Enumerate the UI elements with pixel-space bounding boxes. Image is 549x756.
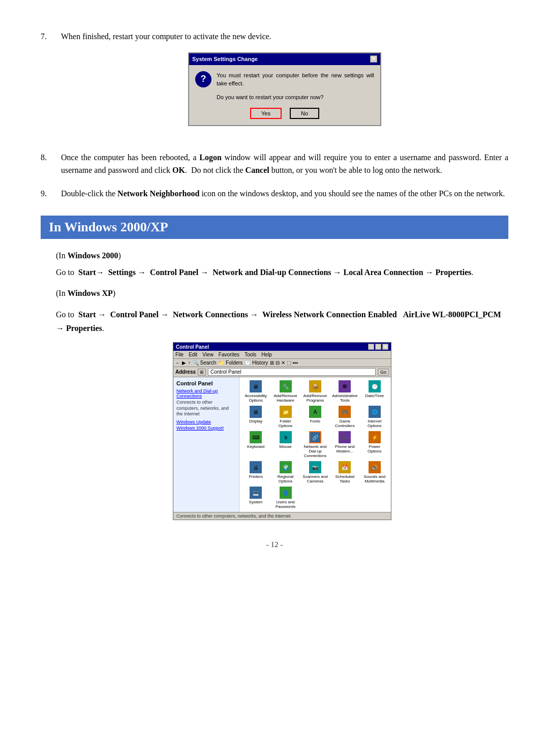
airlive-bold: AirLive WL-8000PCI_PCM <box>403 310 501 319</box>
display-icon: 🖥 <box>250 406 262 418</box>
ss-icon-sounds[interactable]: 🔊 Sounds and Multimedia <box>361 461 388 483</box>
ss-menu-help[interactable]: Help <box>261 352 272 357</box>
network-dialup-label: Network and Dial-up Connections <box>302 444 328 458</box>
step-7-text: When finished, restart your computer to … <box>61 32 271 41</box>
section-header: In Windows 2000/XP <box>41 216 508 239</box>
ss-icon-mouse[interactable]: 🖱 Mouse <box>272 431 298 458</box>
ss-menu-file[interactable]: File <box>175 352 184 357</box>
dialog-no-button[interactable]: No <box>290 108 319 119</box>
ss-icon-system[interactable]: 💻 System <box>242 487 269 509</box>
dialog-buttons: Yes No <box>195 108 374 119</box>
keyboard-label: Keyboard <box>247 444 264 449</box>
step-9-content: Double-click the Network Neighborhood ic… <box>61 188 508 200</box>
fonts-label: Fonts <box>310 419 320 424</box>
ss-body: Control Panel Network and Dial-up Connec… <box>173 377 391 512</box>
ss-icon-power-options[interactable]: ⚡ Power Options <box>361 431 388 458</box>
ss-go-btn[interactable]: Go <box>378 369 389 376</box>
sounds-label: Sounds and Multimedia <box>361 474 388 483</box>
sub-step-label-prefix: (In <box>56 251 68 260</box>
ss-icon-folder-options[interactable]: 📁 Folder Options <box>272 406 298 428</box>
dialog-yes-button[interactable]: Yes <box>250 108 282 119</box>
ss-menu-edit[interactable]: Edit <box>189 352 197 357</box>
ss-sidebar: Control Panel Network and Dial-up Connec… <box>173 377 239 512</box>
network-dialup-icon: 🔗 <box>309 431 321 443</box>
local-area-bold: Local Area Connection <box>344 268 423 277</box>
ss-menu-favorites[interactable]: Favorites <box>219 352 239 357</box>
ss-address-bar: Address ⊞ Control Panel Go <box>173 367 391 377</box>
ss-icon-scanners[interactable]: 📷 Scanners and Cameras <box>302 461 328 483</box>
dialog-box: System Settings Change ✕ ? You must rest… <box>188 52 381 126</box>
step-9-network-neighborhood: Network Neighborhood <box>117 189 199 198</box>
properties-bold-2: Properties <box>66 324 102 332</box>
ss-sidebar-title: Control Panel <box>176 380 236 386</box>
regional-options-label: Regional Options <box>272 474 298 483</box>
power-options-icon: ⚡ <box>369 431 381 443</box>
ss-icon-printers[interactable]: 🖨 Printers <box>242 461 269 483</box>
ss-close-btn[interactable]: ✕ <box>382 344 388 350</box>
users-passwords-icon: 👤 <box>280 487 292 499</box>
ss-address-value[interactable]: Control Panel <box>208 368 376 376</box>
power-options-label: Power Options <box>361 444 388 453</box>
ss-maximize-btn[interactable]: □ <box>375 344 381 350</box>
step-9-num: 9. <box>41 188 61 200</box>
mouse-label: Mouse <box>280 444 292 449</box>
internet-options-label: Internet Options <box>361 419 388 428</box>
properties-bold-1: Properties <box>436 268 472 277</box>
ss-statusbar: Connects to other computers, networks, a… <box>173 512 391 520</box>
ss-menu-view[interactable]: View <box>202 352 214 357</box>
ss-icon-addremove-hw[interactable]: 🔧 Add/Remove Hardware <box>272 380 298 403</box>
fonts-icon: A <box>309 406 321 418</box>
ss-back-btn[interactable]: ← ▶ <box>175 360 186 366</box>
ss-icon-display[interactable]: 🖥 Display <box>242 406 269 428</box>
ss-icon-keyboard[interactable]: ⌨ Keyboard <box>242 431 269 458</box>
ss-address-icon: ⊞ <box>198 369 206 376</box>
ss-icon-network-dialup[interactable]: 🔗 Network and Dial-up Connections <box>302 431 328 458</box>
ss-windows-support-link[interactable]: Windows 2000 Support <box>176 426 236 431</box>
ss-minimize-btn[interactable]: _ <box>368 344 374 350</box>
ss-icon-addremove-prog[interactable]: 📦 Add/Remove Programs <box>302 380 328 403</box>
dialog-close-button[interactable]: ✕ <box>370 55 377 63</box>
network-connections-bold: Network Connections <box>173 310 248 319</box>
addremove-prog-icon: 📦 <box>309 380 321 392</box>
ss-icon-fonts[interactable]: A Fonts <box>302 406 328 428</box>
sub-step-label-suffix: ) <box>118 251 120 260</box>
ss-history-btn[interactable]: 🕐 History <box>245 360 268 366</box>
sub-step-windows2000-bold: Windows 2000 <box>68 251 118 260</box>
goto-windowsxp: Go to Start → Control Panel → Network Co… <box>56 308 508 335</box>
system-icon: 💻 <box>250 487 262 499</box>
ss-icon-regional-options[interactable]: 🌍 Regional Options <box>272 461 298 483</box>
dialog-body: ? You must restart your computer before … <box>189 65 380 125</box>
ss-windows-update-link[interactable]: Windows Update <box>176 419 236 425</box>
ss-icon-internet-options[interactable]: 🌐 Internet Options <box>361 406 388 428</box>
ss-folders-btn[interactable]: 📁 Folders <box>218 360 242 366</box>
goto-windows2000: Go to Start→ Settings → Control Panel → … <box>56 265 508 279</box>
regional-options-icon: 🌍 <box>280 461 292 473</box>
ss-address-label: Address <box>175 369 196 375</box>
step-8: 8. Once the computer has been rebooted, … <box>41 152 508 177</box>
ss-search-btn[interactable]: 🔍 Search <box>193 360 216 366</box>
ss-menu-tools[interactable]: Tools <box>245 352 256 357</box>
ss-icon-admin-tools[interactable]: 🛠 Administrative Tools <box>331 380 358 403</box>
ss-icon-phone-modem[interactable]: 📞 Phone and Modem... <box>331 431 358 458</box>
ss-sidebar-subtitle[interactable]: Network and Dial-up Connections <box>176 388 236 399</box>
internet-options-icon: 🌐 <box>369 406 381 418</box>
ss-icon-scheduled-tasks[interactable]: 📅 Scheduled Tasks <box>331 461 358 483</box>
ss-up-btn[interactable]: ↑ <box>188 360 191 366</box>
game-controllers-icon: 🎮 <box>339 406 351 418</box>
ss-icon-accessibility[interactable]: 🖥 Accessibility Options <box>242 380 269 403</box>
step-7-content: When finished, restart your computer to … <box>61 31 508 140</box>
datetime-label: Date/Time <box>365 394 384 398</box>
folder-options-icon: 📁 <box>280 406 292 418</box>
phone-modem-icon: 📞 <box>339 431 351 443</box>
ss-icon-users-passwords[interactable]: 👤 Users and Passwords <box>272 487 298 509</box>
ss-icon-game-controllers[interactable]: 🎮 Game Controllers <box>331 406 358 428</box>
scanners-icon: 📷 <box>309 461 321 473</box>
admin-tools-icon: 🛠 <box>339 380 351 392</box>
control-panel-bold-2: Control Panel <box>110 310 159 319</box>
ss-icon-datetime[interactable]: 🕐 Date/Time <box>361 380 388 403</box>
ss-sidebar-desc: Connects to other computers, networks, a… <box>176 400 236 417</box>
admin-tools-label: Administrative Tools <box>331 394 358 403</box>
scheduled-tasks-icon: 📅 <box>339 461 351 473</box>
dialog-icon-row: ? You must restart your computer before … <box>195 71 374 88</box>
dialog-question-icon: ? <box>195 71 211 87</box>
